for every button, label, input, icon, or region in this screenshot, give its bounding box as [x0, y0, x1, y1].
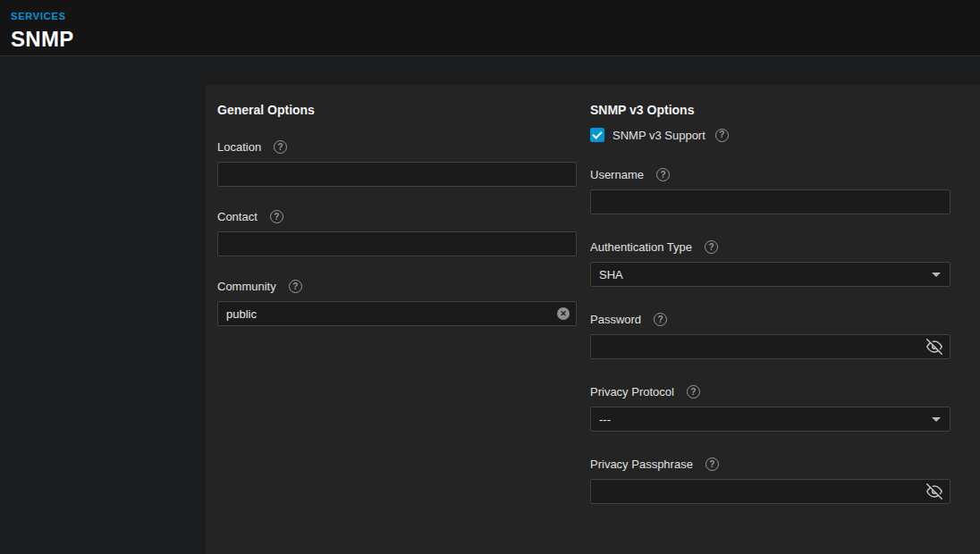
contact-field-group: Contact ?: [217, 210, 577, 256]
snmp-v3-options-heading: SNMP v3 Options: [590, 103, 950, 117]
location-label: Location: [217, 140, 261, 154]
username-label: Username: [590, 168, 644, 181]
breadcrumb-services[interactable]: SERVICES: [11, 11, 66, 21]
password-input[interactable]: [590, 334, 950, 359]
privacy-passphrase-label: Privacy Passphrase: [590, 457, 693, 471]
privacy-passphrase-field-group: Privacy Passphrase ?: [590, 457, 950, 504]
help-icon[interactable]: ?: [654, 313, 667, 326]
authentication-type-field-group: Authentication Type ? SHA: [590, 240, 950, 287]
community-field-group: Community ? ✕: [217, 280, 577, 326]
privacy-protocol-label: Privacy Protocol: [590, 385, 674, 399]
general-options-heading: General Options: [217, 103, 577, 117]
eye-off-icon[interactable]: [925, 338, 943, 356]
password-field-group: Password ?: [590, 313, 950, 359]
community-label: Community: [217, 280, 276, 293]
eye-off-icon[interactable]: [925, 483, 943, 500]
chevron-down-icon: [932, 417, 941, 422]
snmp-v3-support-checkbox[interactable]: [590, 128, 604, 142]
page-title: SNMP: [11, 27, 980, 52]
authentication-type-selected-value: SHA: [599, 268, 623, 281]
snmp-v3-options-column: SNMP v3 Options SNMP v3 Support ? Userna…: [590, 103, 950, 536]
help-icon[interactable]: ?: [289, 280, 302, 293]
location-input[interactable]: [217, 162, 577, 187]
privacy-protocol-select[interactable]: ---: [590, 407, 950, 432]
username-field-group: Username ?: [590, 168, 950, 214]
contact-label: Contact: [217, 210, 258, 223]
password-label: Password: [590, 313, 641, 326]
help-icon[interactable]: ?: [705, 457, 719, 471]
help-icon[interactable]: ?: [270, 210, 283, 223]
help-icon[interactable]: ?: [705, 240, 718, 254]
chevron-down-icon: [932, 273, 941, 277]
privacy-protocol-selected-value: ---: [599, 413, 611, 426]
username-input[interactable]: [590, 189, 950, 214]
contact-input[interactable]: [217, 231, 577, 256]
location-field-group: Location ?: [217, 140, 577, 187]
privacy-passphrase-input[interactable]: [590, 479, 950, 504]
snmp-v3-support-label: SNMP v3 Support: [612, 129, 705, 142]
top-header: SERVICES SNMP: [0, 0, 980, 56]
privacy-protocol-field-group: Privacy Protocol ? ---: [590, 385, 950, 432]
help-icon[interactable]: ?: [687, 385, 700, 399]
community-input[interactable]: [217, 301, 577, 326]
snmp-config-card: General Options Location ? Contact ? Com…: [206, 85, 980, 554]
authentication-type-label: Authentication Type: [590, 240, 692, 254]
general-options-column: General Options Location ? Contact ? Com…: [217, 103, 577, 536]
help-icon[interactable]: ?: [715, 129, 729, 142]
help-icon[interactable]: ?: [274, 140, 287, 154]
help-icon[interactable]: ?: [656, 168, 670, 181]
snmp-v3-support-row: SNMP v3 Support ?: [590, 128, 950, 142]
clear-icon[interactable]: ✕: [557, 307, 570, 320]
authentication-type-select[interactable]: SHA: [590, 262, 950, 287]
